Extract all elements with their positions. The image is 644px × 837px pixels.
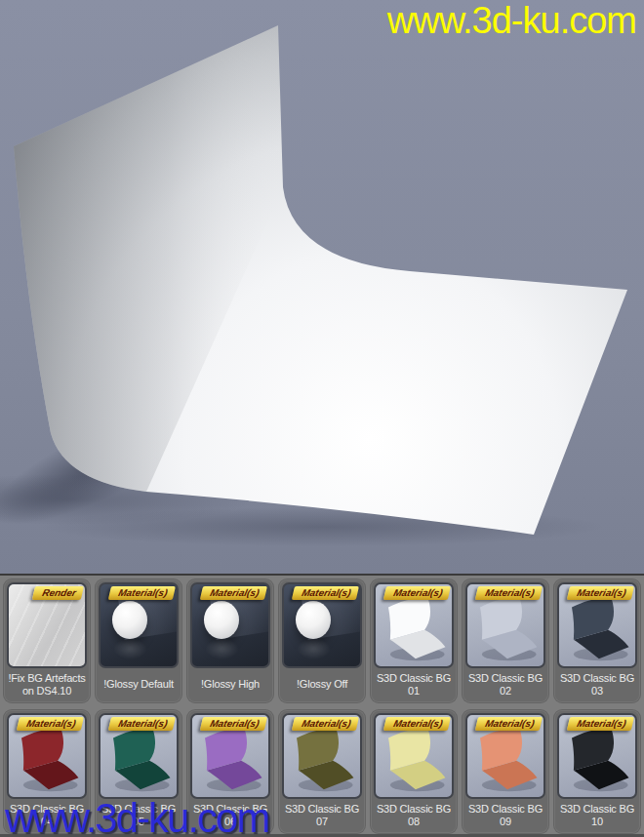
backdrop-preview: Material(s): [374, 582, 454, 668]
thumbnail-card-classic-bg-09[interactable]: Material(s) S3D Classic BG 09: [463, 710, 548, 833]
badge: Material(s): [475, 586, 543, 600]
backdrop-preview: Material(s): [465, 582, 545, 668]
thumbnail-row-1: Render !Fix BG Artefacts on DS4.10 Mater…: [0, 576, 644, 706]
sphere-preview: Material(s): [190, 582, 270, 668]
thumbnail-label: S3D Classic BG 07: [282, 799, 362, 830]
thumbnail-label: !Glossy Default: [99, 668, 179, 699]
sphere-preview: Material(s): [282, 582, 362, 668]
thumbnail-label: S3D Classic BG 02: [465, 668, 545, 699]
thumbnail-card-classic-bg-10[interactable]: Material(s) S3D Classic BG 10: [554, 710, 640, 833]
thumbnail-card-classic-bg-07[interactable]: Material(s) S3D Classic BG 07: [279, 710, 365, 833]
thumbnail-card-classic-bg-02[interactable]: Material(s) S3D Classic BG 02: [463, 579, 548, 702]
backdrop-preview: Material(s): [465, 713, 545, 799]
thumbnail-label: S3D Classic BG 10: [557, 799, 637, 830]
badge: Material(s): [567, 717, 634, 731]
thumbnail-label: !Glossy High: [190, 668, 270, 699]
badge: Material(s): [108, 717, 176, 731]
sphere-preview: Material(s): [99, 582, 179, 668]
thumbnail-card-glossy-default[interactable]: Material(s) !Glossy Default: [96, 579, 181, 702]
watermark-bottom: www.3d-ku.com: [5, 796, 268, 837]
badge: Material(s): [292, 586, 359, 600]
backdrop-preview: Material(s): [557, 713, 637, 799]
thumbnail-label: !Fix BG Artefacts on DS4.10: [7, 668, 87, 699]
backdrop-preview: Material(s): [557, 582, 637, 668]
sphere-reflection: [205, 638, 238, 659]
thumbnail-card-glossy-off[interactable]: Material(s) !Glossy Off: [279, 579, 365, 702]
thumbnail-label: S3D Classic BG 09: [465, 799, 545, 830]
page: www.3d-ku.com Render !Fix BG Artefacts o…: [0, 0, 644, 837]
thumbnail-card-classic-bg-03[interactable]: Material(s) S3D Classic BG 03: [554, 579, 640, 702]
badge: Material(s): [108, 586, 176, 600]
watermark-top: www.3d-ku.com: [387, 0, 636, 43]
main-render-preview: www.3d-ku.com: [0, 0, 644, 574]
thumbnail-card-glossy-high[interactable]: Material(s) !Glossy High: [187, 579, 273, 702]
sphere-reflection: [297, 638, 330, 659]
thumbnail-label: !Glossy Off: [282, 668, 362, 699]
badge: Material(s): [567, 586, 634, 600]
badge: Material(s): [17, 717, 84, 731]
thumbnail-card-fix-bg-artefacts[interactable]: Render !Fix BG Artefacts on DS4.10: [4, 579, 90, 702]
badge: Material(s): [200, 717, 267, 731]
render-preview: Render: [7, 582, 87, 668]
badge: Material(s): [292, 717, 359, 731]
backdrop-preview: Material(s): [99, 713, 179, 799]
badge: Material(s): [200, 586, 267, 600]
backdrop-preview: Material(s): [282, 713, 362, 799]
backdrop-3d-render: [0, 0, 644, 574]
sphere-reflection: [113, 638, 146, 659]
badge: Material(s): [383, 717, 451, 731]
badge: Material(s): [475, 717, 543, 731]
badge: Render: [31, 586, 84, 600]
backdrop-preview: Material(s): [190, 713, 270, 799]
thumbnail-label: S3D Classic BG 03: [557, 668, 637, 699]
backdrop-preview: Material(s): [374, 713, 454, 799]
backdrop-preview: Material(s): [7, 713, 87, 799]
thumbnail-card-classic-bg-08[interactable]: Material(s) S3D Classic BG 08: [371, 710, 457, 833]
thumbnail-card-classic-bg-01[interactable]: Material(s) S3D Classic BG 01: [371, 579, 457, 702]
thumbnail-label: S3D Classic BG 01: [374, 668, 454, 699]
thumbnail-label: S3D Classic BG 08: [374, 799, 454, 830]
badge: Material(s): [383, 586, 451, 600]
